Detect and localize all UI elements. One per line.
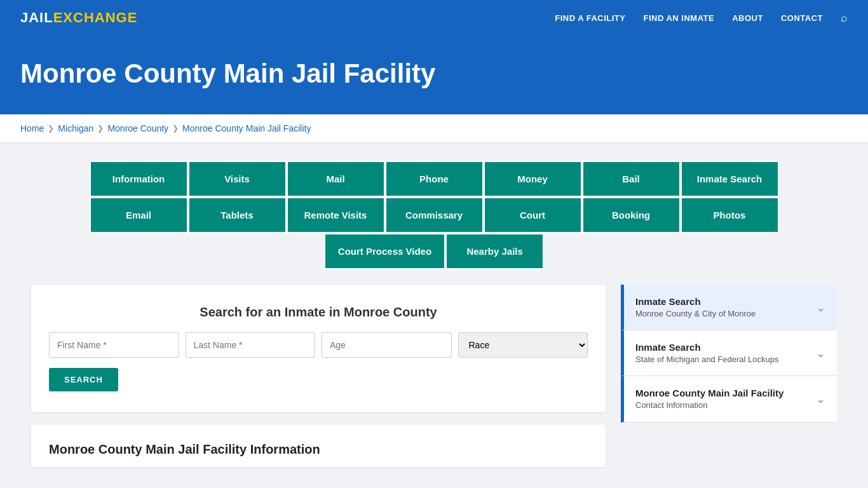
tab-inmate-search[interactable]: Inmate Search: [681, 161, 779, 197]
sidebar-item-sub-0: Monroe County & City of Monroe: [635, 308, 756, 320]
facility-info-section: Monroe County Main Jail Facility Informa…: [31, 424, 606, 467]
search-title: Search for an Inmate in Monroe County: [49, 305, 588, 320]
facility-info-heading: Monroe County Main Jail Facility Informa…: [49, 442, 588, 457]
chevron-down-icon-2: ⌄: [816, 392, 825, 406]
tab-booking[interactable]: Booking: [582, 197, 681, 233]
tab-visits[interactable]: Visits: [188, 161, 287, 197]
tab-tablets[interactable]: Tablets: [188, 197, 287, 233]
tab-information[interactable]: Information: [90, 161, 188, 197]
breadcrumb-current: Monroe County Main Jail Facility: [182, 123, 311, 133]
race-select[interactable]: Race White Black Hispanic Asian Other: [458, 332, 588, 358]
sidebar-item-sub-2: Contact Information: [635, 400, 783, 411]
tab-nearby-jails[interactable]: Nearby Jails: [445, 233, 544, 269]
main-container: Information Visits Mail Phone Money Bail…: [21, 143, 847, 485]
sidebar-item-title-0: Inmate Search: [635, 295, 756, 308]
sidebar-item-sub-1: State of Michigan and Federal Lockups: [635, 354, 778, 365]
logo-jail: JAIL: [20, 10, 53, 25]
search-icon[interactable]: ⌕: [841, 11, 848, 25]
breadcrumb-home[interactable]: Home: [20, 123, 44, 133]
sidebar: Inmate Search Monroe County & City of Mo…: [621, 285, 837, 423]
tab-money[interactable]: Money: [484, 161, 582, 197]
last-name-input[interactable]: [186, 332, 316, 358]
tab-commissary[interactable]: Commissary: [385, 197, 484, 233]
breadcrumb-monroe-county[interactable]: Monroe County: [107, 123, 168, 133]
nav-about[interactable]: ABOUT: [732, 13, 763, 23]
breadcrumb: Home ❯ Michigan ❯ Monroe County ❯ Monroe…: [0, 114, 868, 143]
tabs-row-2: Email Tablets Remote Visits Commissary C…: [90, 197, 779, 233]
nav-links: FIND A FACILITY FIND AN INMATE ABOUT CON…: [555, 11, 848, 25]
logo[interactable]: JAILEXCHANGE: [20, 10, 137, 26]
tab-mail[interactable]: Mail: [287, 161, 385, 197]
nav-find-facility[interactable]: FIND A FACILITY: [555, 13, 625, 23]
navbar: JAILEXCHANGE FIND A FACILITY FIND AN INM…: [0, 0, 868, 36]
age-input[interactable]: [322, 332, 452, 358]
search-box: Search for an Inmate in Monroe County Ra…: [31, 285, 606, 412]
tabs-section: Information Visits Mail Phone Money Bail…: [31, 161, 837, 269]
tab-phone[interactable]: Phone: [385, 161, 484, 197]
sidebar-item-title-1: Inmate Search: [635, 341, 778, 354]
bottom-section: Search for an Inmate in Monroe County Ra…: [31, 285, 837, 467]
tab-photos[interactable]: Photos: [681, 197, 779, 233]
sidebar-item-contact-info[interactable]: Monroe County Main Jail Facility Contact…: [621, 376, 837, 422]
nav-find-inmate[interactable]: FIND AN INMATE: [643, 13, 714, 23]
sidebar-item-inmate-search-michigan[interactable]: Inmate Search State of Michigan and Fede…: [621, 330, 837, 376]
sidebar-item-title-2: Monroe County Main Jail Facility: [635, 386, 783, 400]
search-fields: Race White Black Hispanic Asian Other: [49, 332, 588, 358]
chevron-down-icon-1: ⌄: [816, 346, 825, 360]
breadcrumb-sep-1: ❯: [48, 124, 54, 133]
tab-email[interactable]: Email: [90, 197, 188, 233]
sidebar-item-inmate-search-monroe[interactable]: Inmate Search Monroe County & City of Mo…: [621, 285, 837, 330]
nav-contact[interactable]: CONTACT: [781, 13, 823, 23]
tab-remote-visits[interactable]: Remote Visits: [287, 197, 385, 233]
chevron-down-icon-0: ⌄: [816, 301, 825, 315]
tab-court[interactable]: Court: [484, 197, 582, 233]
tab-court-process-video[interactable]: Court Process Video: [324, 233, 445, 269]
page-title: Monroe County Main Jail Facility: [20, 58, 848, 89]
breadcrumb-sep-2: ❯: [97, 124, 104, 133]
first-name-input[interactable]: [49, 332, 179, 358]
search-button[interactable]: SEARCH: [49, 368, 118, 391]
hero-section: Monroe County Main Jail Facility: [0, 36, 868, 114]
tab-bail[interactable]: Bail: [582, 161, 681, 197]
breadcrumb-sep-3: ❯: [172, 124, 179, 133]
logo-exchange: EXCHANGE: [53, 10, 138, 25]
tabs-row-3: Court Process Video Nearby Jails: [324, 233, 544, 269]
tabs-row-1: Information Visits Mail Phone Money Bail…: [90, 161, 779, 197]
breadcrumb-michigan[interactable]: Michigan: [58, 123, 93, 133]
